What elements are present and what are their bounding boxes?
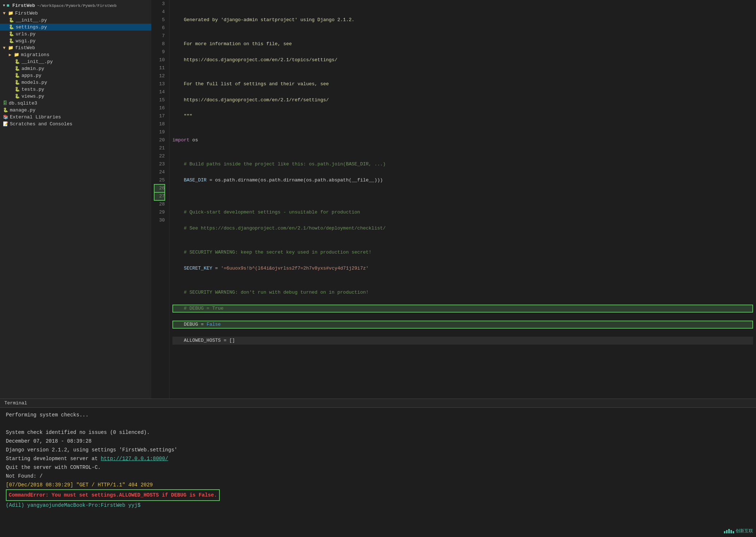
db-file-icon: 🗄 xyxy=(3,101,7,106)
sidebar-item-firstweb-folder[interactable]: ▼ 📁 FirstWeb xyxy=(0,10,151,17)
sidebar-item-wsgi-py[interactable]: 🐍 wsgi.py xyxy=(0,38,151,44)
sidebar-item-settings-py[interactable]: 🐍 settings.py xyxy=(0,24,151,31)
sidebar-item-db-sqlite3[interactable]: 🗄 db.sqlite3 xyxy=(0,100,151,107)
sidebar-item-label: manage.py xyxy=(10,107,35,113)
terminal-error-text: CommandError: You must set settings.ALLO… xyxy=(9,492,217,498)
terminal-line-1: Performing system checks... xyxy=(6,411,750,419)
sidebar-item-init-py-2[interactable]: 🐍 __init__.py xyxy=(0,58,151,65)
py-file-icon: 🐍 xyxy=(15,59,20,64)
terminal-line-3: December 07, 2018 - 08:39:28 xyxy=(6,437,750,446)
terminal-line-8: [07/Dec/2018 08:39:29] "GET / HTTP/1.1" … xyxy=(6,481,750,489)
code-line-11: """ xyxy=(172,112,753,120)
py-file-icon: 🐍 xyxy=(15,87,20,92)
sidebar-item-scratches[interactable]: 📝 Scratches and Consoles xyxy=(0,121,151,128)
sidebar-item-label: FirstWeb xyxy=(15,11,38,16)
watermark-logo: 创新互联 xyxy=(724,528,753,534)
code-line-25: # SECURITY WARNING: don't run with debug… xyxy=(172,289,753,297)
sidebar-item-label: db.sqlite3 xyxy=(9,101,37,106)
code-line-28: ALLOWED_HOSTS = [] xyxy=(172,337,753,345)
terminal-label: Terminal xyxy=(4,400,27,406)
terminal-line-6: Quit the server with CONTROL-C. xyxy=(6,463,750,472)
sidebar-item-label: tests.py xyxy=(22,87,44,92)
py-file-icon: 🐍 xyxy=(15,94,20,99)
py-file-icon: 🐍 xyxy=(15,73,20,78)
sidebar-project-icon: ■ xyxy=(7,3,9,8)
line-numbers: 3 4 5 6 7 8 9 10 11 12 13 14 15 16 17 18… xyxy=(151,0,169,399)
sidebar-item-label: settings.py xyxy=(16,24,47,30)
py-file-icon: 🐍 xyxy=(9,31,14,37)
folder-open-icon: ▼ 📁 xyxy=(3,45,13,51)
sidebar-item-label: apps.py xyxy=(22,73,42,78)
watermark-bars-icon xyxy=(724,529,734,533)
py-file-icon: 🐍 xyxy=(9,17,14,23)
sidebar-arrow: ▼ xyxy=(3,4,5,8)
sidebar-item-migrations[interactable]: ▶ 📁 migrations xyxy=(0,51,151,58)
code-line-27: DEBUG = False xyxy=(172,321,753,329)
terminal-content[interactable]: Performing system checks... System check… xyxy=(0,408,756,537)
sidebar-item-label: migrations xyxy=(21,52,49,58)
py-file-icon: 🐍 xyxy=(15,66,20,71)
sidebar-item-label: urls.py xyxy=(16,31,36,37)
code-line-26: # DEBUG = True xyxy=(172,305,753,313)
main-area: ▼ ■ FirstWeb ~/WorkSpace/PyWork/PyWeb/Fi… xyxy=(0,0,756,399)
sidebar-item-urls-py[interactable]: 🐍 urls.py xyxy=(0,31,151,38)
sidebar-item-manage-py[interactable]: 🐍 manage.py xyxy=(0,107,151,114)
sidebar-item-label: External Libraries xyxy=(10,114,61,120)
terminal-line-4: Django version 2.1.2, using settings 'Fi… xyxy=(6,446,750,454)
sidebar-item-views-py[interactable]: 🐍 views.py xyxy=(0,93,151,100)
folder-closed-icon: ▶ 📁 xyxy=(9,52,19,58)
folder-open-icon: ▼ 📁 xyxy=(3,11,13,16)
terminal-area: Terminal Performing system checks... Sys… xyxy=(0,399,756,537)
code-line-9: For the full list of settings and their … xyxy=(172,80,753,88)
sidebar-item-init-py-1[interactable]: 🐍 __init__.py xyxy=(0,17,151,24)
sidebar-item-label: __init__.py xyxy=(16,17,47,23)
py-file-icon: 🐍 xyxy=(9,24,14,30)
sidebar-item-label: admin.py xyxy=(22,66,44,71)
code-line-23: SECRET_KEY = '=6uuox9s!b^(l64i&ojvrlss2f… xyxy=(172,264,753,273)
sidebar-item-label: Scratches and Consoles xyxy=(10,121,73,127)
code-line-22: # SECURITY WARNING: keep the secret key … xyxy=(172,248,753,256)
code-line-19: # Quick-start development settings - uns… xyxy=(172,208,753,216)
code-line-16: BASE_DIR = os.path.dirname(os.path.dirna… xyxy=(172,176,753,184)
terminal-line-7: Not Found: / xyxy=(6,472,750,481)
sidebar-path: ~/WorkSpace/PyWork/PyWeb/FirstWeb xyxy=(37,4,117,8)
scratches-icon: 📝 xyxy=(3,121,8,127)
code-line-7: https://docs.djangoproject.com/en/2.1/to… xyxy=(172,56,753,64)
terminal-header: Terminal xyxy=(0,399,756,408)
editor-area: 3 4 5 6 7 8 9 10 11 12 13 14 15 16 17 18… xyxy=(151,0,756,399)
sidebar-item-label: views.py xyxy=(22,94,44,99)
code-line-10: https://docs.djangoproject.com/en/2.1/re… xyxy=(172,96,753,104)
code-line-6: For more information on this file, see xyxy=(172,40,753,48)
sidebar: ▼ ■ FirstWeb ~/WorkSpace/PyWork/PyWeb/Fi… xyxy=(0,0,151,399)
code-editor[interactable]: Generated by 'django-admin startproject'… xyxy=(169,0,756,399)
terminal-prompt: (Adil) yangyaojundeMacBook-Pro:FirstWeb … xyxy=(6,502,141,508)
code-line-15: # Build paths inside the project like th… xyxy=(172,160,753,168)
sidebar-item-label: __init__.py xyxy=(22,59,53,64)
sidebar-item-label: models.py xyxy=(22,80,47,85)
sidebar-item-tests-py[interactable]: 🐍 tests.py xyxy=(0,86,151,93)
ext-lib-icon: 📚 xyxy=(3,114,8,120)
terminal-error-box: CommandError: You must set settings.ALLO… xyxy=(6,489,750,501)
sidebar-item-label: fistWeb xyxy=(15,45,35,51)
sidebar-item-admin-py[interactable]: 🐍 admin.py xyxy=(0,65,151,72)
sidebar-item-models-py[interactable]: 🐍 models.py xyxy=(0,79,151,86)
server-url[interactable]: http://127.0.0.1:8000/ xyxy=(101,456,168,462)
terminal-line-blank xyxy=(6,419,750,428)
terminal-line-2: System check identified no issues (0 sil… xyxy=(6,428,750,437)
py-file-icon: 🐍 xyxy=(9,38,14,44)
sidebar-item-apps-py[interactable]: 🐍 apps.py xyxy=(0,72,151,79)
code-line-4: Generated by 'django-admin startproject'… xyxy=(172,16,753,24)
terminal-line-5: Starting development server at http://12… xyxy=(6,454,750,463)
sidebar-item-firstweb-sub[interactable]: ▼ 📁 fistWeb xyxy=(0,44,151,51)
code-container: 3 4 5 6 7 8 9 10 11 12 13 14 15 16 17 18… xyxy=(151,0,756,399)
terminal-prompt-line: (Adil) yangyaojundeMacBook-Pro:FirstWeb … xyxy=(6,501,750,510)
sidebar-item-label: wsgi.py xyxy=(16,38,36,44)
sidebar-project-name: FirstWeb xyxy=(12,3,35,8)
sidebar-item-external-libraries[interactable]: 📚 External Libraries xyxy=(0,114,151,121)
py-file-icon: 🐍 xyxy=(15,80,20,85)
code-line-13: import os xyxy=(172,136,753,144)
code-line-20: # See https://docs.djangoproject.com/en/… xyxy=(172,224,753,232)
py-file-icon: 🐍 xyxy=(3,107,8,113)
sidebar-title: ▼ ■ FirstWeb ~/WorkSpace/PyWork/PyWeb/Fi… xyxy=(0,1,151,10)
watermark-text: 创新互联 xyxy=(736,528,753,534)
